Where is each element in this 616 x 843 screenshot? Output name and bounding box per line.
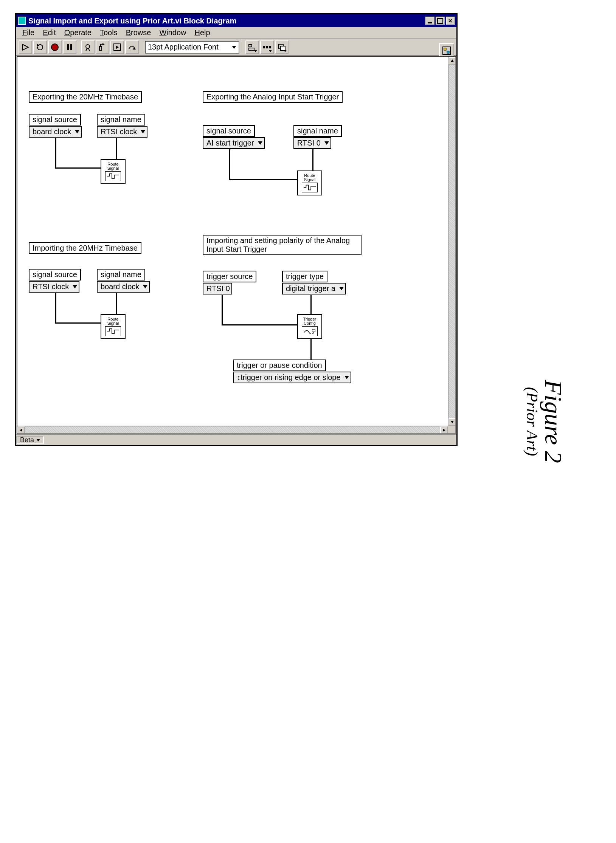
route-signal-icon (105, 171, 121, 181)
label-import-20mhz: Importing the 20MHz Timebase (29, 242, 141, 254)
window-title: Signal Import and Export using Prior Art… (28, 17, 423, 25)
label-signal-source-3: signal source (29, 269, 81, 280)
combo-signal-name-2[interactable]: RTSI 0 (293, 137, 331, 149)
combo-signal-source-2[interactable]: AI start trigger (203, 137, 265, 149)
align-objects-button[interactable] (245, 40, 259, 54)
resize-grip[interactable] (448, 426, 455, 433)
step-into-button[interactable] (110, 40, 124, 54)
scroll-left-button[interactable] (17, 426, 25, 434)
svg-marker-25 (451, 59, 454, 62)
combo-signal-source-1[interactable]: board clock (29, 126, 82, 138)
scroll-up-button[interactable] (448, 57, 456, 65)
wire (312, 149, 313, 170)
svg-line-6 (86, 48, 87, 51)
wire (310, 295, 312, 314)
wire (55, 138, 56, 168)
wire (116, 293, 117, 314)
combo-trigger-condition[interactable]: ↕ trigger on rising edge or slope (233, 372, 351, 383)
svg-marker-1 (37, 44, 39, 47)
highlight-exec-button[interactable] (81, 40, 95, 54)
svg-rect-17 (269, 46, 271, 48)
menu-edit[interactable]: Edit (39, 27, 59, 38)
node-route-signal-1[interactable]: Route Signal (101, 159, 126, 184)
menu-help[interactable]: Help (191, 27, 214, 38)
label-signal-source-2: signal source (203, 125, 255, 137)
svg-point-2 (51, 44, 58, 51)
window-frame: Signal Import and Export using Prior Art… (15, 13, 458, 446)
chevron-down-icon (36, 439, 40, 442)
distribute-objects-button[interactable] (260, 40, 274, 54)
wire (55, 167, 101, 169)
combo-signal-name-3[interactable]: board clock (97, 281, 150, 293)
label-trigger-type: trigger type (282, 271, 327, 282)
menu-tools[interactable]: Tools (96, 27, 121, 38)
minimize-button[interactable] (425, 17, 434, 25)
svg-rect-16 (266, 46, 268, 48)
combo-trigger-type[interactable]: digital trigger a (282, 283, 346, 294)
run-continuous-button[interactable] (33, 40, 47, 54)
pause-button[interactable] (63, 40, 76, 54)
menu-window[interactable]: Window (155, 27, 190, 38)
svg-rect-8 (99, 46, 102, 50)
wire (229, 149, 230, 180)
chevron-down-icon (75, 130, 79, 133)
svg-marker-11 (116, 45, 119, 49)
figure-caption: Figure 2 (Prior Art) (523, 380, 565, 463)
block-diagram-canvas[interactable]: Exporting the 20MHz Timebase signal sour… (17, 56, 456, 434)
scroll-down-button[interactable] (448, 418, 456, 426)
wire (222, 295, 223, 325)
svg-rect-24 (312, 329, 315, 332)
chevron-down-icon (258, 141, 262, 145)
wire (310, 339, 312, 360)
chevron-down-icon (73, 285, 77, 288)
scroll-track[interactable] (448, 65, 455, 418)
menu-file[interactable]: File (19, 27, 38, 38)
svg-marker-28 (443, 429, 445, 432)
node-route-signal-2[interactable]: Route Signal (297, 170, 322, 195)
retain-wire-button[interactable] (96, 40, 109, 54)
figure-subtitle: (Prior Art) (523, 380, 541, 463)
vertical-scrollbar[interactable] (448, 57, 455, 426)
wire (229, 179, 297, 180)
label-signal-name-2: signal name (293, 125, 342, 137)
svg-marker-9 (102, 43, 105, 45)
wire (116, 138, 117, 159)
svg-rect-15 (263, 46, 265, 48)
node-trigger-config[interactable]: Trigger Config (297, 314, 322, 339)
chevron-down-icon (339, 287, 344, 290)
label-export-20mhz: Exporting the 20MHz Timebase (29, 91, 142, 103)
svg-rect-21 (444, 48, 446, 50)
label-signal-name-3: signal name (97, 269, 145, 280)
font-combo-text: 13pt Application Font (148, 43, 219, 51)
wire (55, 322, 101, 324)
run-button[interactable] (19, 40, 32, 54)
menu-operate[interactable]: Operate (61, 27, 95, 38)
label-trigger-pause-condition: trigger or pause condition (233, 360, 326, 371)
combo-signal-name-1[interactable]: RTSI clock (97, 126, 147, 138)
font-combo[interactable]: 13pt Application Font (145, 41, 239, 54)
abort-button[interactable] (48, 40, 62, 54)
close-button[interactable]: ✕ (446, 17, 455, 25)
label-trigger-source: trigger source (203, 271, 256, 282)
menu-browse[interactable]: Browse (122, 27, 155, 38)
svg-rect-3 (67, 44, 69, 50)
status-mode[interactable]: Beta (16, 436, 44, 444)
terminal-icon[interactable] (439, 43, 454, 58)
svg-marker-12 (133, 47, 136, 50)
combo-trigger-source[interactable]: RTSI 0 (203, 283, 232, 294)
combo-signal-source-3[interactable]: RTSI clock (29, 281, 79, 293)
scroll-track[interactable] (25, 426, 440, 433)
horizontal-scrollbar[interactable] (17, 426, 448, 433)
reorder-button[interactable] (275, 40, 289, 54)
svg-rect-14 (249, 48, 254, 50)
node-route-signal-3[interactable]: Route Signal (101, 314, 126, 339)
title-bar[interactable]: Signal Import and Export using Prior Art… (16, 14, 456, 27)
scroll-right-button[interactable] (440, 426, 448, 434)
svg-point-5 (86, 45, 90, 48)
maximize-button[interactable] (436, 17, 445, 25)
svg-marker-27 (20, 429, 22, 432)
step-over-button[interactable] (125, 40, 139, 54)
svg-rect-4 (70, 44, 72, 50)
toolbar: 13pt Application Font (16, 39, 456, 56)
wire (222, 324, 297, 325)
